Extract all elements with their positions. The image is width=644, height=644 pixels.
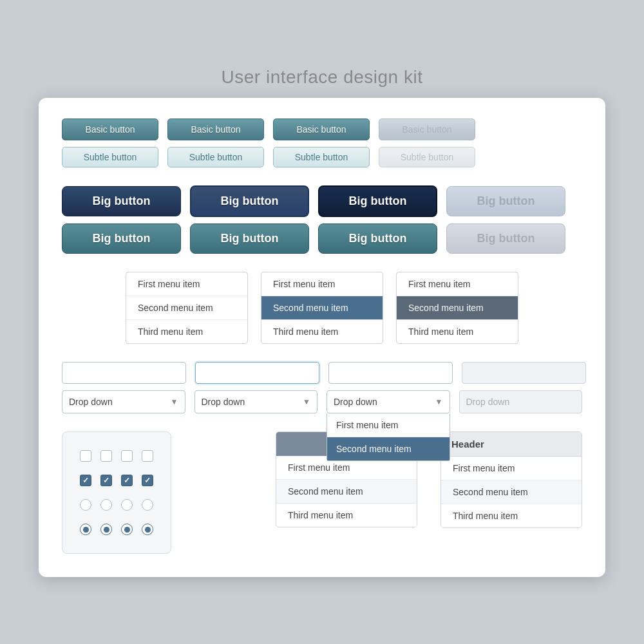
radio-4-4-checked[interactable] (142, 524, 153, 535)
radio-3-1[interactable] (80, 499, 91, 511)
dropdown-3-item-1[interactable]: First menu item (327, 413, 450, 437)
subtle-button-4-disabled: Subtle button (379, 147, 475, 167)
radio-4-1-checked[interactable] (80, 524, 91, 535)
big-button-dark-2[interactable]: Big button (190, 185, 309, 217)
radio-3-3[interactable] (121, 499, 133, 511)
subtle-button-2[interactable]: Subtle button (167, 147, 264, 167)
dropdown-4-label: Drop down (466, 397, 510, 407)
checkbox-1-4[interactable] (142, 450, 153, 462)
main-card: Basic button Basic button Basic button B… (39, 98, 605, 577)
dropdown-2-label: Drop down (202, 397, 245, 407)
dropdown-4-disabled: Drop down (459, 390, 583, 413)
basic-button-4-disabled: Basic button (379, 118, 475, 140)
big-button-teal-1[interactable]: Big button (62, 223, 181, 254)
dropdown-1-label: Drop down (69, 397, 113, 407)
big-btn-row-1: Big button Big button Big button Big but… (62, 185, 582, 217)
checkmark-icon-2: ✓ (103, 477, 109, 484)
checkmark-icon-3: ✓ (124, 477, 130, 484)
dropdown-btn-2[interactable]: Drop down ▼ (194, 390, 318, 413)
table-dark-row-2[interactable]: Second menu item (276, 480, 417, 504)
checkbox-2-4-checked[interactable]: ✓ (142, 475, 153, 486)
table-light-row-1[interactable]: First menu item (441, 457, 582, 480)
menu-plain-item-1[interactable]: First menu item (126, 272, 247, 296)
big-button-disabled-2: Big button (446, 223, 565, 254)
table-menu-light-header: Header First menu item Second menu item … (440, 431, 582, 528)
checkmark-icon-1: ✓ (82, 477, 89, 484)
menu-dark-item-1[interactable]: First menu item (397, 272, 518, 296)
basic-button-1[interactable]: Basic button (62, 118, 158, 140)
dropdown-1-arrow-icon: ▼ (171, 397, 178, 406)
checkmark-icon-4: ✓ (144, 477, 151, 484)
menu-plain-item-3[interactable]: Third menu item (126, 320, 247, 343)
dropdown-2-arrow-icon: ▼ (303, 397, 310, 406)
controls-section: ✓ ✓ ✓ ✓ Header First menu item (62, 431, 582, 554)
menu-plain-item-2[interactable]: Second menu item (126, 296, 247, 320)
radio-3-2[interactable] (100, 499, 112, 511)
dropdown-3-open: Drop down ▼ First menu item Second menu … (327, 390, 450, 413)
checkbox-1-3[interactable] (121, 450, 133, 462)
subtle-button-1[interactable]: Subtle button (62, 147, 158, 167)
dropdown-3-menu: First menu item Second menu item (327, 413, 450, 461)
checkbox-2-1-checked[interactable]: ✓ (80, 475, 91, 486)
dropdown-btn-1[interactable]: Drop down ▼ (62, 390, 185, 413)
radio-4-2-checked[interactable] (100, 524, 112, 535)
inputs-section: Drop down ▼ Drop down ▼ Drop down ▼ (62, 362, 582, 413)
dropdown-3-label: Drop down (334, 397, 377, 407)
radio-dot-4 (145, 527, 151, 533)
dropdown-3-item-2-selected[interactable]: Second menu item (327, 437, 450, 460)
big-button-disabled-1: Big button (446, 186, 565, 216)
big-button-dark-1[interactable]: Big button (62, 186, 181, 216)
page-title: User interface design kit (222, 67, 423, 88)
menu-lists-section: First menu item Second menu item Third m… (62, 272, 582, 344)
radio-dot-3 (124, 527, 130, 533)
basic-btn-row: Basic button Basic button Basic button B… (62, 118, 582, 140)
big-buttons-section: Big button Big button Big button Big but… (62, 185, 582, 254)
basic-button-3[interactable]: Basic button (273, 118, 370, 140)
text-input-2-focused[interactable] (195, 362, 319, 384)
text-input-1[interactable] (62, 362, 186, 384)
table-light-header: Header (441, 432, 582, 457)
radio-dot-2 (104, 527, 109, 533)
big-btn-row-2: Big button Big button Big button Big but… (62, 223, 582, 254)
outer-wrapper: User interface design kit Basic button B… (0, 46, 644, 598)
checkbox-2-3-checked[interactable]: ✓ (121, 475, 133, 486)
big-button-teal-3[interactable]: Big button (318, 223, 437, 254)
text-input-4-disabled (462, 362, 586, 384)
dropdown-3-arrow-icon: ▼ (435, 397, 443, 406)
subtle-btn-row: Subtle button Subtle button Subtle butto… (62, 147, 582, 167)
dropdown-row: Drop down ▼ Drop down ▼ Drop down ▼ (62, 390, 582, 413)
table-light-row-2[interactable]: Second menu item (441, 480, 582, 504)
checkbox-1-2[interactable] (100, 450, 112, 462)
menu-blue-item-1[interactable]: First menu item (261, 272, 383, 296)
menu-list-plain: First menu item Second menu item Third m… (126, 272, 248, 344)
checkbox-radio-grid: ✓ ✓ ✓ ✓ (62, 431, 171, 554)
text-input-3[interactable] (328, 362, 453, 384)
dropdown-btn-4: Drop down (459, 390, 583, 413)
menu-list-blue: First menu item Second menu item Third m… (261, 272, 383, 344)
subtle-button-3[interactable]: Subtle button (273, 147, 370, 167)
table-dark-row-3[interactable]: Third menu item (276, 504, 417, 527)
menu-blue-item-2-selected[interactable]: Second menu item (261, 296, 383, 320)
dropdown-btn-3[interactable]: Drop down ▼ (327, 390, 450, 413)
basic-buttons-section: Basic button Basic button Basic button B… (62, 118, 582, 167)
menu-dark-item-3[interactable]: Third menu item (397, 320, 518, 343)
text-input-row (62, 362, 582, 384)
dropdown-1: Drop down ▼ (62, 390, 185, 413)
radio-3-4[interactable] (142, 499, 153, 511)
basic-button-2[interactable]: Basic button (167, 118, 264, 140)
checkbox-1-1[interactable] (80, 450, 91, 462)
big-button-dark-3[interactable]: Big button (318, 185, 437, 217)
menu-list-dark: First menu item Second menu item Third m… (396, 272, 518, 344)
checkbox-2-2-checked[interactable]: ✓ (100, 475, 112, 486)
big-button-teal-2[interactable]: Big button (190, 223, 309, 254)
menu-dark-item-2-selected[interactable]: Second menu item (397, 296, 518, 320)
menu-blue-item-3[interactable]: Third menu item (261, 320, 383, 343)
radio-4-3-checked[interactable] (121, 524, 133, 535)
dropdown-2: Drop down ▼ (194, 390, 318, 413)
radio-dot-1 (83, 527, 89, 533)
table-light-row-3[interactable]: Third menu item (441, 504, 582, 527)
